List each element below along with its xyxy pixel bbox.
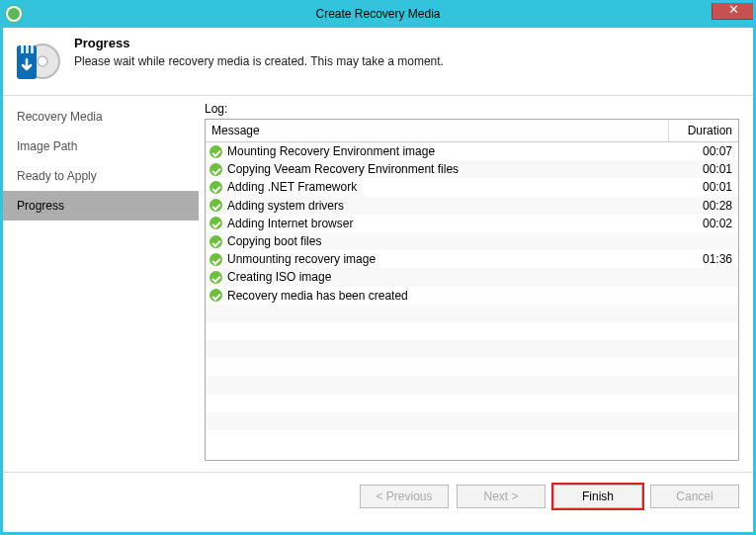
log-message: Creating ISO image: [227, 270, 331, 284]
log-table: Message Duration Mounting Recovery Envir…: [205, 119, 739, 461]
log-row-empty: [206, 376, 738, 394]
log-duration: 00:01: [669, 162, 738, 176]
svg-rect-4: [26, 45, 29, 53]
log-duration: 00:02: [669, 217, 738, 230]
check-icon: [210, 181, 222, 194]
check-icon: [210, 199, 222, 212]
titlebar: Create Recovery Media ✕: [0, 0, 756, 28]
log-row-empty: [206, 358, 738, 376]
log-message: Unmounting recovery image: [227, 252, 376, 266]
log-message: Adding system drivers: [227, 199, 344, 213]
col-duration[interactable]: Duration: [669, 120, 738, 141]
log-duration: 01:36: [669, 252, 738, 266]
log-message: Copying boot files: [227, 234, 321, 248]
next-button: Next >: [457, 485, 546, 508]
log-row[interactable]: Creating ISO image: [206, 268, 738, 286]
col-message[interactable]: Message: [206, 120, 669, 141]
cancel-button: Cancel: [650, 485, 739, 508]
header-subtitle: Please wait while recovery media is crea…: [74, 54, 444, 68]
wizard-header: Progress Please wait while recovery medi…: [3, 28, 753, 96]
finish-button[interactable]: Finish: [553, 485, 642, 508]
log-row[interactable]: Adding .NET Framework00:01: [206, 178, 738, 196]
log-header: Message Duration: [206, 120, 738, 142]
check-icon: [210, 217, 222, 229]
sidebar-item-ready-to-apply[interactable]: Ready to Apply: [3, 161, 199, 191]
recovery-media-icon: [13, 36, 60, 83]
log-message: Mounting Recovery Environment image: [227, 144, 435, 158]
log-row[interactable]: Copying boot files: [206, 232, 738, 250]
window-title: Create Recovery Media: [0, 7, 756, 21]
sidebar-item-recovery-media[interactable]: Recovery Media: [3, 102, 199, 132]
svg-rect-5: [31, 45, 34, 53]
log-duration: 00:28: [669, 199, 738, 213]
sidebar-item-progress[interactable]: Progress: [3, 191, 199, 221]
wizard-footer: < Previous Next > Finish Cancel: [3, 472, 753, 520]
log-row-empty: [206, 412, 738, 430]
log-row[interactable]: Copying Veeam Recovery Environment files…: [206, 160, 738, 178]
log-row-empty: [206, 395, 738, 412]
previous-button: < Previous: [360, 485, 449, 508]
svg-rect-3: [21, 45, 24, 53]
check-icon: [210, 145, 222, 158]
log-message: Adding .NET Framework: [227, 180, 357, 194]
log-message: Copying Veeam Recovery Environment files: [227, 162, 459, 176]
log-duration: 00:07: [669, 144, 738, 158]
log-row-empty: [206, 322, 738, 340]
check-icon: [210, 163, 222, 176]
check-icon: [210, 289, 222, 302]
log-row-empty: [206, 340, 738, 358]
log-row-empty: [206, 305, 738, 322]
check-icon: [210, 235, 222, 248]
check-icon: [210, 271, 222, 284]
log-row[interactable]: Adding Internet browser00:02: [206, 215, 738, 232]
svg-point-1: [38, 56, 47, 66]
close-button[interactable]: ✕: [712, 0, 756, 20]
log-message: Adding Internet browser: [227, 217, 353, 230]
log-row[interactable]: Recovery media has been created: [206, 287, 738, 305]
log-row[interactable]: Unmounting recovery image01:36: [206, 250, 738, 268]
check-icon: [210, 253, 222, 266]
header-title: Progress: [74, 36, 444, 50]
log-duration: 00:01: [669, 180, 738, 194]
content: Progress Please wait while recovery medi…: [3, 28, 753, 532]
log-row[interactable]: Adding system drivers00:28: [206, 197, 738, 215]
log-message: Recovery media has been created: [227, 289, 408, 303]
wizard-sidebar: Recovery MediaImage PathReady to ApplyPr…: [3, 96, 199, 472]
log-label: Log:: [205, 102, 739, 116]
sidebar-item-image-path[interactable]: Image Path: [3, 132, 199, 161]
log-row[interactable]: Mounting Recovery Environment image00:07: [206, 142, 738, 160]
log-row-empty: [206, 430, 738, 448]
